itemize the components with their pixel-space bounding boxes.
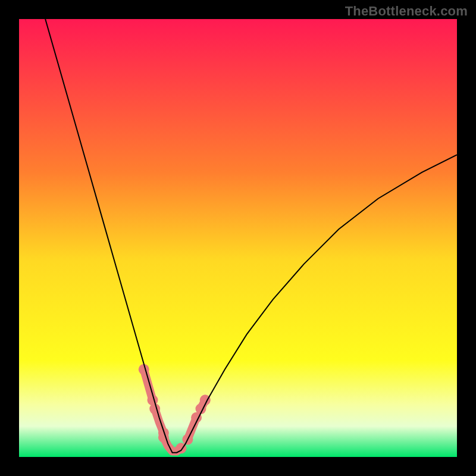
chart-frame: TheBottleneck.com [0, 0, 476, 476]
svg-point-3 [149, 403, 160, 414]
watermark-text: TheBottleneck.com [345, 4, 468, 19]
svg-rect-0 [19, 19, 457, 457]
chart-background [19, 19, 457, 457]
chart-plot-area [19, 19, 457, 457]
